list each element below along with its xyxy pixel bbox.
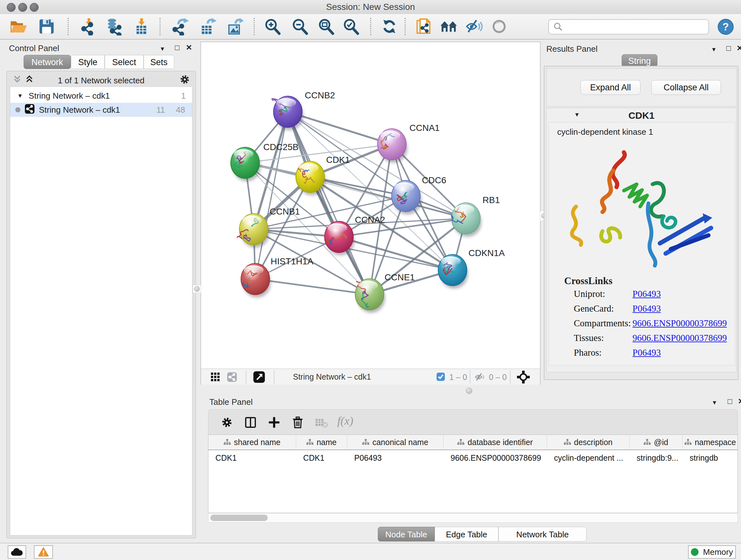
network-edge-count: 48 bbox=[176, 105, 185, 115]
table-cell[interactable]: 9606.ENSP00000378699 bbox=[444, 451, 547, 465]
fit-content-crosshair-icon[interactable] bbox=[517, 371, 530, 385]
tab-node-table[interactable]: Node Table bbox=[378, 527, 434, 542]
column-header-name[interactable]: name bbox=[296, 435, 347, 450]
table-cell[interactable]: cyclin-dependent ... bbox=[547, 451, 630, 465]
left-splitter-handle[interactable] bbox=[193, 285, 201, 293]
table-options-gear-icon[interactable] bbox=[220, 416, 233, 430]
zoom-out-icon[interactable] bbox=[291, 17, 309, 36]
network-view-share-icon[interactable] bbox=[227, 372, 237, 383]
network-options-gear-icon[interactable] bbox=[179, 74, 191, 86]
open-session-icon[interactable] bbox=[10, 17, 27, 36]
memory-button[interactable]: Memory bbox=[688, 545, 736, 559]
panel-close-button[interactable]: ✕ bbox=[738, 397, 741, 406]
zoom-fit-icon[interactable] bbox=[317, 17, 335, 36]
crosslink-link[interactable]: P06493 bbox=[632, 303, 661, 314]
tab-style[interactable]: Style bbox=[71, 55, 105, 69]
memory-label: Memory bbox=[703, 547, 733, 557]
import-network-database-icon[interactable] bbox=[105, 17, 123, 36]
import-table-icon[interactable] bbox=[132, 17, 150, 36]
scrollbar-thumb[interactable] bbox=[210, 515, 268, 521]
horizontal-splitter-grip[interactable] bbox=[466, 388, 472, 394]
column-header-description[interactable]: description bbox=[547, 435, 630, 450]
export-network-icon[interactable] bbox=[172, 17, 190, 36]
window-title: Session: New Session bbox=[0, 0, 741, 14]
search-field bbox=[548, 19, 709, 35]
title-bar: Session: New Session bbox=[0, 0, 741, 14]
tab-network-table[interactable]: Network Table bbox=[498, 527, 587, 542]
crosslink-link[interactable]: 9606.ENSP00000378699 bbox=[632, 318, 727, 328]
panel-float-button[interactable]: □ bbox=[728, 397, 732, 406]
column-header-id[interactable]: @id bbox=[630, 435, 683, 450]
collapse-all-button[interactable]: Collapse All bbox=[651, 80, 721, 95]
panel-collapse-button[interactable]: ▼ bbox=[712, 398, 718, 407]
network-node-count: 11 bbox=[156, 105, 165, 115]
network-node-CDC25B: CDC25B bbox=[231, 142, 298, 181]
tab-network[interactable]: Network bbox=[23, 55, 71, 69]
node-label-RB1: RB1 bbox=[482, 195, 500, 205]
show-columns-icon[interactable] bbox=[244, 416, 257, 430]
birdseye-view-icon[interactable] bbox=[253, 371, 265, 384]
network-collection-row[interactable]: ▼ String Network – cdk1 1 bbox=[10, 89, 192, 103]
panel-float-button[interactable]: □ bbox=[175, 44, 180, 52]
column-type-icon bbox=[644, 439, 651, 445]
panel-close-button[interactable]: ✕ bbox=[186, 44, 192, 52]
network-canvas[interactable]: CCNB2CCNA1CDC25BCDK1CDC6RB1CCNB1CCNA2CDK… bbox=[201, 42, 540, 368]
table-cell[interactable]: CDK1 bbox=[208, 451, 296, 465]
column-header-databaseidentifier[interactable]: database identifier bbox=[444, 435, 547, 450]
cloud-services-button[interactable] bbox=[8, 545, 26, 559]
protein-detail-box: cyclin-dependent kinase 1 bbox=[549, 122, 735, 366]
table-horizontal-scrollbar[interactable] bbox=[208, 513, 738, 523]
table-cell[interactable]: stringdb:9... bbox=[630, 451, 683, 465]
column-type-icon bbox=[224, 439, 231, 445]
expand-all-button[interactable]: Expand All bbox=[581, 80, 641, 95]
crosslink-link[interactable]: P06493 bbox=[632, 289, 661, 299]
warnings-button[interactable] bbox=[34, 545, 53, 559]
column-header-label: name bbox=[317, 438, 337, 447]
column-header-sharedname[interactable]: shared name bbox=[208, 435, 296, 450]
network-node-CCNA1: CCNA1 bbox=[378, 123, 440, 163]
network-node-CCNE1: CCNE1 bbox=[355, 272, 415, 313]
save-session-icon[interactable] bbox=[38, 17, 56, 36]
panel-collapse-button[interactable]: ▼ bbox=[159, 45, 165, 53]
node-table[interactable]: shared nameCDK1nameCDK1canonical nameP06… bbox=[208, 435, 738, 513]
add-column-icon[interactable] bbox=[268, 416, 280, 430]
column-header-label: canonical name bbox=[373, 438, 428, 447]
tab-select[interactable]: Select bbox=[105, 55, 144, 69]
column-header-canonicalname[interactable]: canonical name bbox=[347, 435, 444, 450]
panel-float-button[interactable]: □ bbox=[726, 44, 731, 52]
table-cell[interactable]: P06493 bbox=[347, 451, 444, 465]
table-cell[interactable]: stringdb bbox=[683, 451, 738, 465]
string-results-card: Expand All Collapse All ▼ CDK1 cyclin-de… bbox=[544, 66, 738, 380]
import-network-file-icon[interactable] bbox=[80, 17, 98, 36]
homes-icon[interactable] bbox=[440, 17, 458, 36]
panel-collapse-button[interactable]: ▼ bbox=[711, 45, 717, 54]
zoom-in-icon[interactable] bbox=[264, 17, 281, 36]
refresh-icon[interactable] bbox=[381, 17, 398, 36]
memory-status-dot bbox=[691, 548, 698, 556]
node-label-CDC25B: CDC25B bbox=[263, 142, 298, 152]
collection-expander-icon[interactable]: ▼ bbox=[17, 92, 23, 99]
grid-view-icon[interactable] bbox=[211, 372, 220, 383]
crosslink-link[interactable]: P06493 bbox=[632, 348, 661, 358]
crosslink-row: Compartments:9606.ENSP00000378699 bbox=[549, 318, 735, 333]
panel-close-button[interactable]: ✕ bbox=[737, 44, 741, 52]
delete-column-trash-icon[interactable] bbox=[291, 416, 304, 430]
selected-checkbox[interactable] bbox=[436, 373, 445, 381]
search-icon bbox=[553, 21, 563, 32]
tab-sets[interactable]: Sets bbox=[144, 55, 174, 69]
share-document-icon[interactable] bbox=[415, 17, 433, 36]
collection-count: 1 bbox=[181, 91, 186, 101]
help-icon[interactable]: ? bbox=[718, 18, 734, 35]
hide-panels-eye-icon[interactable] bbox=[465, 17, 483, 36]
crosslink-link[interactable]: 9606.ENSP00000378699 bbox=[632, 333, 727, 343]
zoom-selected-icon[interactable] bbox=[342, 17, 360, 36]
search-input[interactable] bbox=[565, 21, 709, 33]
network-row[interactable]: String Network – cdk1 11 48 bbox=[10, 103, 192, 117]
tab-string[interactable]: String bbox=[622, 54, 657, 67]
table-cell[interactable]: CDK1 bbox=[296, 451, 347, 465]
export-image-icon[interactable] bbox=[226, 17, 244, 36]
tab-edge-table[interactable]: Edge Table bbox=[434, 527, 498, 542]
column-header-label: shared name bbox=[234, 438, 280, 447]
column-header-namespace[interactable]: namespace bbox=[683, 435, 738, 450]
export-table-icon[interactable] bbox=[199, 17, 217, 36]
